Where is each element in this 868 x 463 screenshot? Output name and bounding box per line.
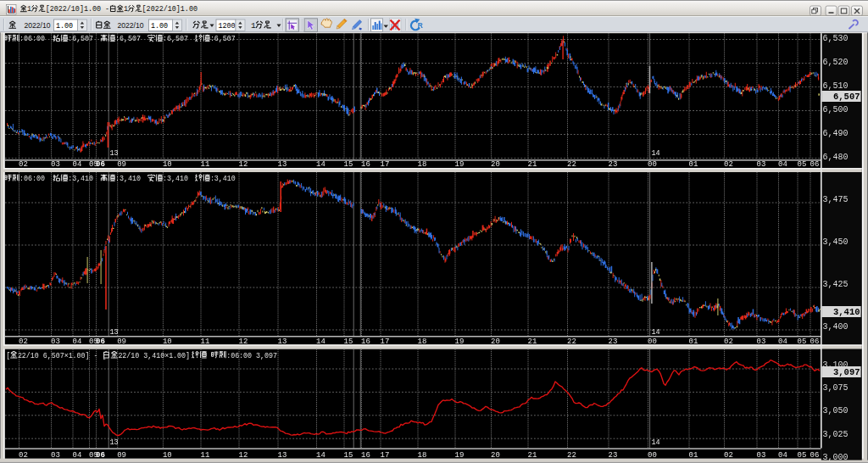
svg-text::06:00 3,097: :06:00 3,097: [226, 352, 277, 360]
svg-text:05: 05: [798, 451, 807, 460]
svg-text:05: 05: [798, 337, 807, 346]
svg-text:04: 04: [778, 451, 787, 460]
svg-text:1: 1: [251, 21, 256, 31]
svg-text:06: 06: [96, 337, 105, 346]
svg-text:03: 03: [51, 160, 60, 169]
svg-text:3,097: 3,097: [833, 367, 860, 377]
svg-text:03: 03: [757, 451, 766, 460]
svg-text:02: 02: [724, 337, 733, 346]
svg-text:23: 23: [609, 160, 618, 169]
svg-text:05: 05: [798, 160, 807, 169]
svg-text:06: 06: [810, 160, 820, 169]
svg-text:10: 10: [163, 451, 172, 460]
svg-text:02: 02: [19, 160, 28, 169]
svg-text:13: 13: [278, 451, 287, 460]
svg-text:15: 15: [344, 451, 353, 460]
svg-text:22: 22: [567, 337, 576, 346]
svg-text:13: 13: [278, 160, 287, 169]
svg-text:R: R: [418, 21, 423, 30]
svg-text:21: 21: [528, 451, 537, 460]
svg-text:04: 04: [73, 160, 82, 169]
svg-text:12: 12: [239, 337, 248, 346]
svg-text:23: 23: [609, 451, 618, 460]
svg-text::3,410: :3,410: [210, 175, 236, 182]
svg-text::06:00: :06:00: [19, 175, 45, 182]
svg-text:06: 06: [96, 160, 105, 169]
svg-text:1.00: 1.00: [151, 22, 168, 31]
svg-text:06: 06: [96, 451, 105, 460]
svg-text:03: 03: [51, 451, 60, 460]
svg-text:13: 13: [110, 438, 119, 447]
svg-text:3,410: 3,410: [833, 307, 860, 317]
svg-text:17: 17: [381, 337, 390, 346]
svg-text:6,510: 6,510: [823, 81, 849, 91]
svg-text:3,475: 3,475: [823, 195, 849, 204]
svg-text:20: 20: [491, 337, 500, 346]
svg-text:12: 12: [239, 451, 248, 460]
svg-text:03: 03: [757, 337, 766, 346]
svg-text:14: 14: [652, 149, 660, 158]
svg-text:11: 11: [201, 451, 210, 460]
svg-text:00: 00: [648, 337, 657, 346]
svg-text:1.00: 1.00: [56, 22, 73, 31]
svg-text::3,410: :3,410: [115, 175, 141, 182]
svg-text:10: 10: [163, 337, 172, 346]
svg-text:15: 15: [344, 337, 353, 346]
svg-text:3,075: 3,075: [823, 383, 849, 393]
svg-text:14: 14: [316, 337, 326, 346]
svg-text::3,410: :3,410: [68, 175, 93, 182]
svg-text:04: 04: [73, 451, 82, 460]
svg-text:19: 19: [455, 337, 465, 346]
svg-text:17: 17: [381, 160, 390, 169]
svg-text:16: 16: [361, 337, 370, 346]
svg-text:00: 00: [648, 451, 657, 460]
svg-text:09: 09: [117, 451, 126, 460]
svg-text:18: 18: [418, 337, 427, 346]
svg-text:6,507: 6,507: [833, 92, 860, 102]
svg-text:13: 13: [110, 149, 119, 158]
svg-text:03: 03: [51, 337, 60, 346]
svg-text:13: 13: [110, 328, 119, 337]
svg-text:22/10 6,507×1.00] - [: 22/10 6,507×1.00] - [: [18, 352, 107, 360]
svg-text:01: 01: [689, 451, 698, 460]
svg-text:18: 18: [418, 160, 427, 169]
svg-text:19: 19: [455, 160, 465, 169]
svg-text:09: 09: [117, 337, 126, 346]
svg-text:6,500: 6,500: [823, 105, 849, 114]
svg-text:22: 22: [567, 451, 576, 460]
svg-text:14: 14: [652, 438, 660, 447]
svg-text:00: 00: [648, 160, 657, 169]
svg-text:17: 17: [381, 451, 390, 460]
svg-text:01: 01: [689, 337, 698, 346]
svg-text:13: 13: [278, 337, 287, 346]
svg-text:04: 04: [73, 337, 82, 346]
svg-text:06: 06: [810, 451, 820, 460]
svg-text:[2022/10]1.00 -: [2022/10]1.00 -: [46, 5, 109, 14]
svg-text:1: 1: [124, 5, 128, 14]
svg-text::6,507: :6,507: [68, 35, 93, 42]
svg-text:6,490: 6,490: [823, 129, 849, 138]
svg-text::06:00: :06:00: [19, 35, 45, 42]
svg-text:11: 11: [201, 337, 210, 346]
svg-text:22: 22: [567, 160, 576, 169]
svg-text:3,400: 3,400: [823, 322, 849, 332]
svg-text:2022/10: 2022/10: [118, 21, 144, 30]
svg-text:20: 20: [491, 451, 500, 460]
svg-text:6,480: 6,480: [823, 153, 849, 162]
svg-text:21: 21: [528, 337, 537, 346]
svg-text:02: 02: [19, 337, 28, 346]
svg-text:14: 14: [316, 160, 326, 169]
svg-text:18: 18: [418, 451, 427, 460]
svg-text::6,507: :6,507: [210, 35, 236, 42]
svg-text:12: 12: [239, 160, 248, 169]
svg-text:1200: 1200: [219, 22, 236, 31]
svg-text:02: 02: [724, 451, 733, 460]
svg-text:04: 04: [778, 337, 787, 346]
svg-text:6,530: 6,530: [823, 34, 849, 43]
svg-text:14: 14: [652, 328, 660, 337]
svg-text:15: 15: [344, 160, 353, 169]
svg-text:6,520: 6,520: [823, 58, 849, 67]
svg-text:[: [: [6, 352, 10, 360]
svg-text:3,450: 3,450: [823, 237, 849, 247]
svg-text:3,025: 3,025: [823, 430, 849, 439]
